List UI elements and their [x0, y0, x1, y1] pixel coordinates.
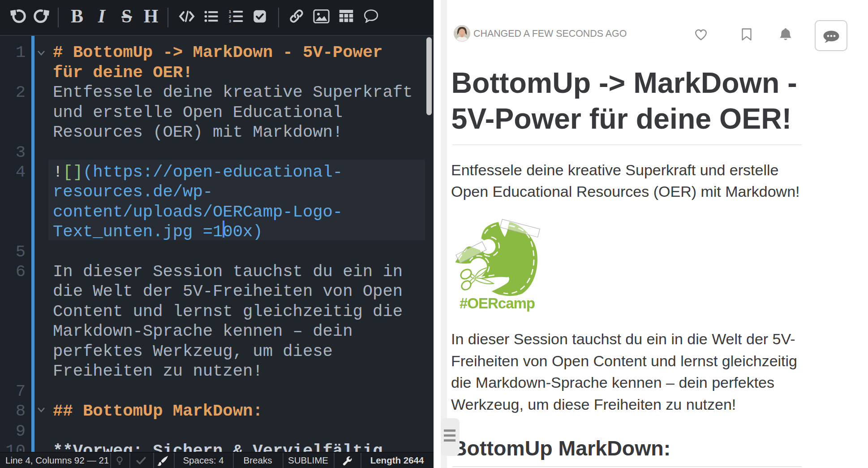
svg-text:2: 2 [228, 14, 231, 19]
svg-text:3: 3 [228, 18, 231, 23]
svg-text:1: 1 [228, 9, 231, 14]
